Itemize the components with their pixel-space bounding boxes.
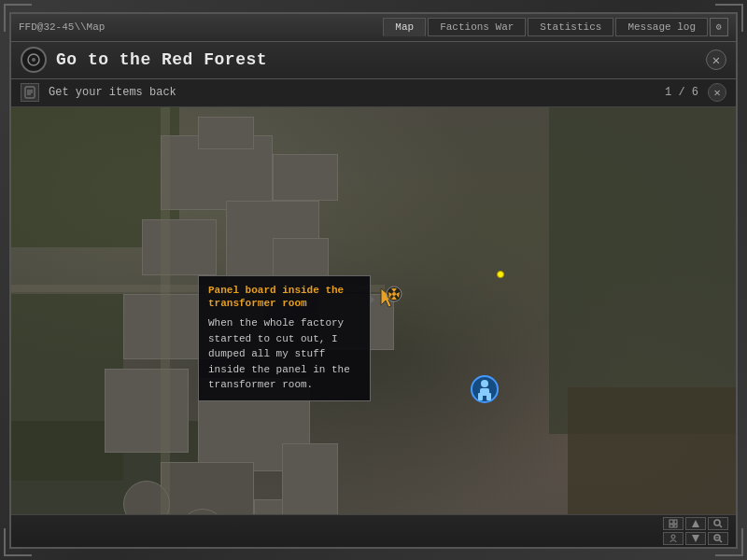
corner-tr: [715, 4, 743, 32]
corner-br: [715, 528, 743, 556]
svg-rect-16: [669, 525, 673, 527]
tab-bar: Map Factions War Statistics Message log …: [383, 18, 728, 36]
title-bar: FFD@32-45\\Map Map Factions War Statisti…: [11, 14, 736, 42]
svg-rect-15: [674, 520, 677, 524]
svg-marker-18: [692, 520, 699, 527]
quest-icon: [21, 47, 47, 73]
svg-point-1: [32, 58, 35, 62]
svg-point-10: [481, 380, 488, 387]
building-12: [282, 443, 338, 514]
quest-sub-text: Get your items back: [49, 86, 655, 99]
svg-rect-13: [486, 393, 491, 400]
building-2: [142, 219, 217, 275]
toolbar-btn-zoom-out[interactable]: [685, 532, 706, 545]
quest-nav-button[interactable]: ✕: [708, 83, 726, 102]
tab-map[interactable]: Map: [383, 18, 426, 36]
svg-point-21: [671, 535, 675, 539]
tab-message-log[interactable]: Message log: [615, 18, 708, 36]
terrain-patch-4: [568, 387, 736, 514]
quest-close-button[interactable]: ✕: [706, 49, 726, 70]
window-title: FFD@32-45\\Map: [19, 21, 383, 33]
tooltip-text: When the whole factory started to cut ou…: [208, 315, 360, 393]
terrain-patch-3: [549, 107, 736, 434]
tooltip: Panel board inside the transformer room …: [198, 275, 371, 401]
outer-frame: FFD@32-45\\Map Map Factions War Statisti…: [0, 0, 747, 560]
quest-sub-header: Get your items back 1 / 6 ✕: [11, 79, 736, 107]
quest-title: Go to the Red Forest: [56, 50, 697, 69]
svg-line-20: [720, 525, 723, 527]
tab-factions-war[interactable]: Factions War: [428, 18, 526, 36]
marker-dot-1: [497, 271, 504, 278]
corner-tl: [4, 4, 32, 32]
svg-rect-14: [669, 520, 673, 524]
map-image: Panel board inside the transformer room …: [11, 107, 736, 514]
tab-statistics[interactable]: Statistics: [528, 18, 613, 36]
bottom-toolbar: [11, 514, 736, 547]
toolbar-btn-map-view[interactable]: [663, 517, 684, 530]
toolbar-btn-zoom-in[interactable]: [685, 517, 706, 530]
map-area[interactable]: Panel board inside the transformer room …: [11, 107, 736, 514]
quest-sub-icon: [21, 83, 39, 102]
building-tank-1: [161, 462, 254, 514]
svg-rect-17: [674, 525, 677, 527]
toolbar-btn-player[interactable]: [663, 532, 684, 545]
quest-counter: 1 / 6: [665, 86, 698, 99]
quest-header: Go to the Red Forest ✕: [11, 42, 736, 79]
corner-bl: [4, 528, 32, 556]
svg-point-19: [714, 520, 720, 525]
player-marker: [469, 373, 500, 410]
road-v1: [161, 107, 170, 514]
building-10: [273, 154, 338, 201]
main-window: FFD@32-45\\Map Map Factions War Statisti…: [9, 12, 738, 549]
building-11: [198, 117, 254, 149]
svg-point-8: [392, 292, 396, 296]
svg-rect-12: [478, 393, 483, 400]
building-5: [105, 369, 189, 453]
tooltip-title: Panel board inside the transformer room: [208, 284, 360, 311]
svg-marker-22: [692, 535, 699, 542]
